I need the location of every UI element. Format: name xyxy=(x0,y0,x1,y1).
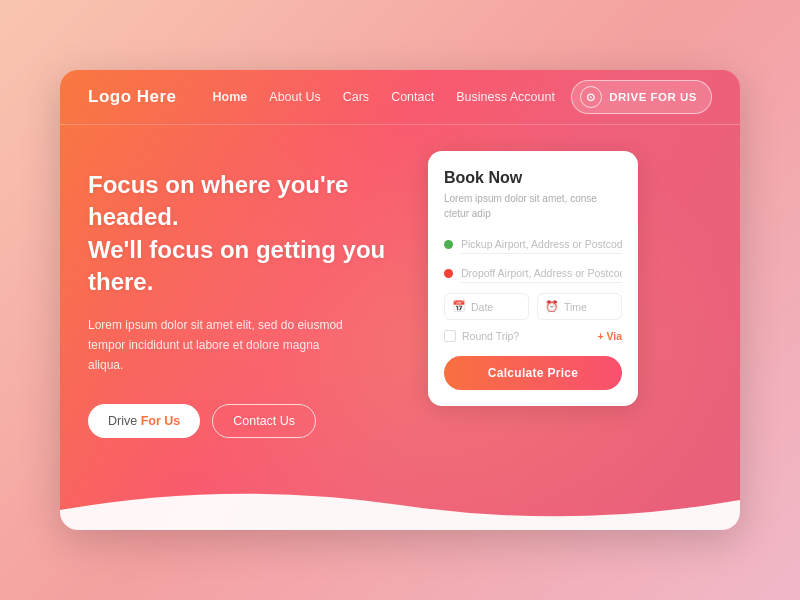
nav-about[interactable]: About Us xyxy=(269,90,320,104)
dropoff-dot xyxy=(444,269,453,278)
logo: Logo Here xyxy=(88,87,177,107)
navbar: Logo Here Home About Us Cars Contact Bus… xyxy=(60,70,740,124)
steering-wheel-icon: ⊙ xyxy=(580,86,602,108)
date-time-row: 📅 Date ⏰ Time xyxy=(444,293,622,320)
hero-title: Focus on where you're headed. We'll focu… xyxy=(88,169,428,299)
pickup-row xyxy=(444,235,622,254)
pickup-input[interactable] xyxy=(461,235,622,254)
hero-description: Lorem ipsum dolor sit amet elit, sed do … xyxy=(88,315,348,376)
dropoff-input[interactable] xyxy=(461,264,622,283)
clock-icon: ⏰ xyxy=(545,300,559,313)
date-field[interactable]: 📅 Date xyxy=(444,293,529,320)
drive-button-label: DRIVE FOR US xyxy=(609,91,697,103)
contact-us-button[interactable]: Contact Us xyxy=(212,404,316,438)
drive-for-us-cta-button[interactable]: Drive For Us xyxy=(88,404,200,438)
nav-links: Home About Us Cars Contact Business Acco… xyxy=(213,90,572,104)
hero-buttons: Drive For Us Contact Us xyxy=(88,404,428,438)
time-field[interactable]: ⏰ Time xyxy=(537,293,622,320)
nav-home[interactable]: Home xyxy=(213,90,248,104)
time-label: Time xyxy=(564,301,587,313)
book-now-card: Book Now Lorem ipsum dolor sit amet, con… xyxy=(428,151,638,406)
main-card: Logo Here Home About Us Cars Contact Bus… xyxy=(60,70,740,530)
round-trip-left: Round Trip? xyxy=(444,330,519,342)
nav-contact[interactable]: Contact xyxy=(391,90,434,104)
round-trip-row: Round Trip? + Via xyxy=(444,330,622,342)
book-card-subtitle: Lorem ipsum dolor sit amet, conse ctetur… xyxy=(444,191,622,221)
via-link[interactable]: + Via xyxy=(597,330,622,342)
nav-cars[interactable]: Cars xyxy=(343,90,369,104)
nav-business[interactable]: Business Account xyxy=(456,90,555,104)
drive-highlight: For Us xyxy=(141,414,181,428)
pickup-dot xyxy=(444,240,453,249)
calendar-icon: 📅 xyxy=(452,300,466,313)
book-card-title: Book Now xyxy=(444,169,622,187)
dropoff-row xyxy=(444,264,622,283)
round-trip-label: Round Trip? xyxy=(462,330,519,342)
hero-left: Focus on where you're headed. We'll focu… xyxy=(88,161,428,438)
date-label: Date xyxy=(471,301,493,313)
drive-prefix: Drive xyxy=(108,414,141,428)
hero-content: Focus on where you're headed. We'll focu… xyxy=(60,125,740,530)
drive-for-us-button[interactable]: ⊙ DRIVE FOR US xyxy=(571,80,712,114)
round-trip-checkbox[interactable] xyxy=(444,330,456,342)
calculate-price-button[interactable]: Calculate Price xyxy=(444,356,622,390)
